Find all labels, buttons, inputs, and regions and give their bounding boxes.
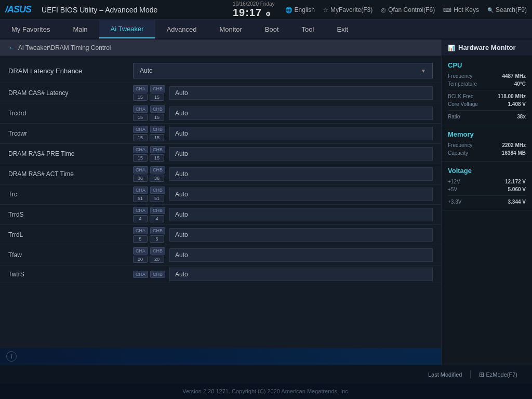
qfan-button[interactable]: Qfan Control(F6) — [381, 6, 435, 14]
breadcrumb: Ai Tweaker\DRAM Timing Control — [0, 39, 441, 56]
settings-table: DRAM Latency Enhance Auto ▼ DRAM CAS# La… — [0, 56, 441, 348]
hw-cpu-frequency: Frequency 4487 MHz — [448, 73, 526, 79]
setting-row-trcdrd: Trcdrd CHA CHB 15 15 Auto — [0, 103, 441, 124]
asus-logo: /ASUS — [5, 4, 31, 15]
hw-3v3: +3.3V 3.344 V — [448, 199, 526, 205]
hw-5v: +5V 5.060 V — [448, 187, 526, 192]
twtrs-dropdown[interactable]: Auto — [169, 268, 433, 281]
setting-row-trcdwr: Trcdwr CHA CHB 15 15 Auto — [0, 124, 441, 144]
hw-cpu-title: CPU — [448, 61, 526, 69]
setting-row-dram-cas-latency: DRAM CAS# Latency CHA CHB 15 15 — [0, 83, 441, 103]
setting-row-trc: Trc CHA CHB 51 51 Auto — [0, 184, 441, 205]
hw-cpu-temperature: Temperature 40°C — [448, 81, 526, 87]
tfaw-dropdown[interactable]: Auto — [169, 248, 433, 262]
channel-badges: CHA CHB 4 4 — [133, 207, 165, 222]
footer: Version 2.20.1271. Copyright (C) 2020 Am… — [0, 383, 532, 399]
favorite-icon — [323, 6, 328, 14]
main-area: Ai Tweaker\DRAM Timing Control DRAM Late… — [0, 39, 532, 365]
nav-ai-tweaker[interactable]: Ai Tweaker — [99, 20, 155, 38]
setting-row-dram-latency-enhance: DRAM Latency Enhance Auto ▼ — [0, 59, 441, 83]
hw-voltage-section: Voltage +12V 12.172 V +5V 5.060 V +3.3V … — [442, 162, 532, 210]
datetime-display: 10/16/2020 Friday 19:17 — [233, 1, 275, 19]
channel-badges: CHA CHB 5 5 — [133, 227, 165, 243]
channel-badges: CHA CHB 51 51 — [133, 187, 165, 202]
back-icon[interactable] — [8, 44, 15, 51]
info-bar: i — [0, 348, 441, 365]
hw-bclk-freq: BCLK Freq 118.00 MHz — [448, 94, 526, 99]
channel-badges: CHA CHB 15 15 — [133, 105, 165, 121]
setting-row-trrds: TrrdS CHA CHB 4 4 Auto — [0, 205, 441, 225]
setting-row-dram-ras-pre: DRAM RAS# PRE Time CHA CHB 15 15 — [0, 144, 441, 164]
ezmode-icon — [479, 371, 484, 378]
setting-row-tfaw: Tfaw CHA CHB 20 20 Auto — [0, 245, 441, 265]
left-panel: Ai Tweaker\DRAM Timing Control DRAM Late… — [0, 39, 441, 365]
setting-row-trrdl: TrrdL CHA CHB 5 5 Auto — [0, 225, 441, 245]
info-icon: i — [6, 351, 17, 362]
asus-brand: /ASUS — [5, 4, 31, 15]
trrdl-dropdown[interactable]: Auto — [169, 228, 433, 242]
hw-cpu-section: CPU Frequency 4487 MHz Temperature 40°C … — [442, 56, 532, 125]
search-icon — [487, 6, 494, 14]
hw-voltage-title: Voltage — [448, 167, 526, 175]
dram-ras-pre-dropdown[interactable]: Auto — [169, 147, 433, 161]
hw-memory-capacity: Capacity 16384 MB — [448, 150, 526, 156]
channel-badges: CHA CHB 15 15 — [133, 85, 165, 101]
hw-memory-section: Memory Frequency 2202 MHz Capacity 16384… — [442, 125, 532, 162]
channel-badges: CHA CHB 20 20 — [133, 247, 165, 263]
hardware-monitor-panel: Hardware Monitor CPU Frequency 4487 MHz … — [441, 39, 532, 365]
header-nav: 10/16/2020 Friday 19:17 English MyFavori… — [233, 1, 527, 19]
bios-title: UEFI BIOS Utility – Advanced Mode — [42, 6, 157, 14]
english-button[interactable]: English — [285, 6, 315, 14]
hw-memory-title: Memory — [448, 130, 526, 138]
header: /ASUS UEFI BIOS Utility – Advanced Mode … — [0, 0, 532, 20]
time-display: 19:17 — [233, 7, 275, 19]
hotkeys-icon — [443, 6, 451, 14]
nav-boot[interactable]: Boot — [254, 20, 290, 38]
monitor-icon — [448, 44, 455, 51]
hw-memory-frequency: Frequency 2202 MHz — [448, 142, 526, 148]
fan-icon — [381, 6, 386, 14]
nav-main[interactable]: Main — [61, 20, 99, 38]
channel-badges: CHA CHB 15 15 — [133, 126, 165, 141]
bottom-bar: Last Modified EzMode(F7) — [0, 365, 532, 383]
channel-badges: CHA CHB 15 15 — [133, 146, 165, 162]
ezmode-button[interactable]: EzMode(F7) — [471, 371, 526, 378]
hw-core-voltage: Core Voltage 1.408 V — [448, 101, 526, 107]
dram-cas-latency-dropdown[interactable]: Auto — [169, 86, 433, 100]
trrds-dropdown[interactable]: Auto — [169, 208, 433, 221]
channel-badges: CHA CHB — [133, 271, 165, 278]
nav-tool[interactable]: Tool — [290, 20, 326, 38]
settings-icon[interactable] — [265, 7, 271, 18]
hw-12v: +12V 12.172 V — [448, 179, 526, 184]
last-modified-button[interactable]: Last Modified — [420, 371, 470, 378]
hw-ratio: Ratio 38x — [448, 114, 526, 119]
date-display: 10/16/2020 Friday — [233, 1, 275, 7]
trcdrd-dropdown[interactable]: Auto — [169, 107, 433, 120]
search-button[interactable]: Search(F9) — [487, 6, 527, 14]
hardware-monitor-header: Hardware Monitor — [442, 39, 532, 56]
channel-badges: CHA CHB 36 36 — [133, 166, 165, 182]
setting-row-dram-ras-act: DRAM RAS# ACT Time CHA CHB 36 36 — [0, 164, 441, 184]
dram-ras-act-dropdown[interactable]: Auto — [169, 167, 433, 181]
dram-latency-enhance-dropdown[interactable]: Auto ▼ — [133, 63, 433, 78]
globe-icon — [285, 6, 292, 14]
navigation-bar: My Favorites Main Ai Tweaker Advanced Mo… — [0, 20, 532, 39]
trcdwr-dropdown[interactable]: Auto — [169, 127, 433, 140]
trc-dropdown[interactable]: Auto — [169, 188, 433, 201]
nav-monitor[interactable]: Monitor — [208, 20, 254, 38]
nav-my-favorites[interactable]: My Favorites — [0, 20, 61, 38]
nav-exit[interactable]: Exit — [325, 20, 360, 38]
myfavorite-button[interactable]: MyFavorite(F3) — [323, 6, 373, 14]
hotkeys-button[interactable]: Hot Keys — [443, 6, 479, 14]
setting-row-twtrs: TwtrS CHA CHB Auto — [0, 265, 441, 283]
nav-advanced[interactable]: Advanced — [155, 20, 208, 38]
dropdown-arrow-icon: ▼ — [421, 68, 426, 74]
